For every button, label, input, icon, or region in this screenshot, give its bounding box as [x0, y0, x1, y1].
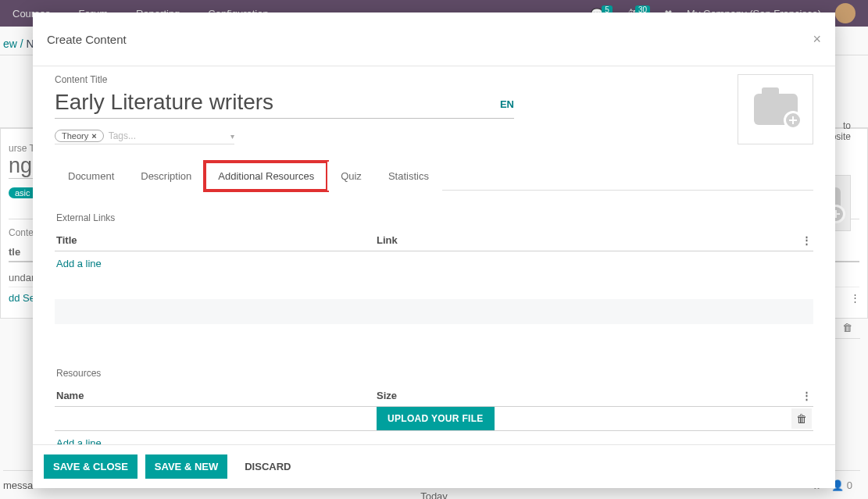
tab-additional-resources[interactable]: Additional Resources: [205, 162, 327, 191]
tab-statistics[interactable]: Statistics: [375, 162, 442, 191]
resources-label: Resources: [56, 368, 813, 379]
kebab-icon[interactable]: ⋮: [802, 390, 812, 401]
trash-icon[interactable]: 🗑: [842, 322, 852, 333]
upload-file-button[interactable]: UPLOAD YOUR FILE: [377, 407, 495, 430]
discard-button[interactable]: DISCARD: [235, 454, 300, 479]
resources-table: Name Size ⋮ UPLOAD YOUR FILE 🗑 Add a lin…: [55, 385, 813, 444]
modal-title: Create Content: [47, 33, 127, 46]
avatar[interactable]: [835, 3, 855, 23]
add-resource-line[interactable]: Add a line: [55, 431, 813, 444]
language-toggle[interactable]: EN: [500, 98, 514, 118]
tab-quiz[interactable]: Quiz: [327, 162, 375, 191]
content-title-label: Content Title: [55, 74, 813, 85]
bg-send-message[interactable]: messa: [3, 479, 33, 491]
tab-document[interactable]: Document: [55, 162, 127, 191]
tags-placeholder: Tags...: [109, 130, 226, 141]
cover-image-placeholder[interactable]: [738, 74, 813, 144]
bg-today-marker: Today: [420, 490, 448, 499]
content-title-input[interactable]: [55, 87, 486, 118]
col-size: Size: [377, 390, 793, 401]
save-and-close-button[interactable]: SAVE & CLOSE: [44, 454, 138, 479]
save-and-new-button[interactable]: SAVE & NEW: [145, 454, 227, 479]
camera-icon: [754, 94, 798, 125]
tags-field[interactable]: Theory× Tags... ▾: [55, 130, 234, 144]
add-external-link[interactable]: Add a line: [55, 251, 813, 276]
tag-theory[interactable]: Theory×: [55, 130, 104, 142]
chevron-down-icon[interactable]: ▾: [230, 132, 234, 141]
kebab-icon[interactable]: ⋮: [850, 293, 860, 303]
kebab-icon[interactable]: ⋮: [802, 234, 812, 246]
col-name: Name: [56, 390, 377, 401]
create-content-modal: Create Content × Content Title EN Theory…: [33, 12, 835, 488]
remove-tag-icon[interactable]: ×: [91, 131, 96, 141]
close-icon[interactable]: ×: [813, 32, 821, 46]
external-links-table: Title Link ⋮ Add a line: [55, 230, 813, 276]
table-spacer: [55, 299, 813, 324]
col-link: Link: [377, 234, 793, 246]
trash-icon[interactable]: 🗑: [791, 408, 812, 429]
breadcrumb-prev[interactable]: ew /: [3, 37, 23, 50]
tab-description[interactable]: Description: [127, 162, 205, 191]
col-title: Title: [56, 234, 377, 246]
external-links-label: External Links: [56, 212, 813, 223]
